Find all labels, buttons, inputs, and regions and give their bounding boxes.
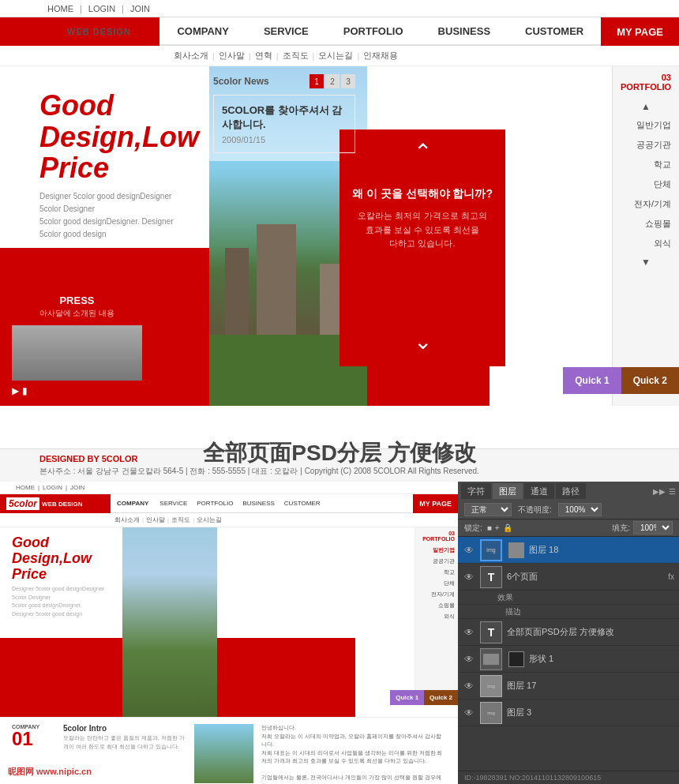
press-block: PRESS 아사달에 소개된 내용 ▶ ▮ [0, 285, 154, 406]
layer-item-18[interactable]: 👁 img 图层 18 [458, 537, 679, 564]
nav-portfolio[interactable]: PORTFOLIO [326, 17, 421, 44]
ps-lock-label: 锁定: [464, 523, 482, 534]
news-pagination: 1 2 3 [309, 74, 355, 88]
subnav-location[interactable]: 오시는길 [318, 50, 353, 62]
ps-lock-all[interactable]: 🔒 [503, 523, 512, 532]
news-page-3[interactable]: 3 [341, 74, 355, 88]
small-sidebar-school[interactable]: 학교 [415, 567, 458, 578]
subnav-sep3: | [272, 51, 283, 61]
press-title: PRESS [12, 294, 142, 306]
ps-lock-pixel[interactable]: ■ [487, 523, 492, 532]
layer-eye-6pages[interactable]: 👁 [463, 571, 475, 583]
layer-thumb-6pages: T [480, 566, 502, 588]
small-nav-company[interactable]: COMPANY [111, 500, 155, 507]
ps-tab-zifu[interactable]: 字符 [461, 483, 491, 499]
ps-tab-tongdao[interactable]: 通道 [524, 483, 554, 499]
nav-mypage[interactable]: MY PAGE [601, 17, 679, 46]
news-page-2[interactable]: 2 [325, 74, 340, 88]
small-nav-service[interactable]: SERVICE [155, 500, 192, 507]
ps-opacity-select[interactable]: 100% [558, 503, 602, 516]
small-nav-customer[interactable]: CUSTOMER [279, 500, 325, 507]
small-nav-portfolio[interactable]: PORTFOLIO [192, 500, 238, 507]
small-sidebar-public[interactable]: 공공기관 [415, 556, 458, 567]
small-sidebar-general-active[interactable]: 일반기업 [415, 545, 458, 556]
layer-eye-18[interactable]: 👁 [463, 544, 475, 557]
small-sub-about[interactable]: 회사소개 [114, 516, 140, 524]
small-sub-org[interactable]: 조직도 [171, 516, 190, 524]
layer-item-3[interactable]: 👁 img 图层 3 [458, 700, 679, 726]
small-sidebar-food[interactable]: 외식 [415, 611, 458, 622]
small-sidebar-group[interactable]: 단체 [415, 578, 458, 589]
small-quick-1[interactable]: Quick 1 [390, 690, 424, 705]
small-login[interactable]: LOGIN [43, 484, 62, 491]
nav-business[interactable]: BUSINESS [421, 17, 508, 44]
subnav-about[interactable]: 회사소개 [174, 50, 208, 62]
sidebar-item-tech[interactable]: 전자/기계 [613, 194, 679, 214]
top-nav-bar: HOME | LOGIN | JOIN [0, 0, 679, 17]
ps-blend-select[interactable]: 正常 [464, 503, 512, 516]
brand-text: WEB DESIGN [67, 27, 131, 36]
news-header: 5color News 1 2 3 [213, 74, 355, 88]
small-sidebar-tech[interactable]: 전자/기계 [415, 589, 458, 600]
brand-5color: 5color [12, 21, 64, 42]
nav-company[interactable]: COMPANY [159, 17, 246, 44]
sidebar-item-general[interactable]: 일반기업 [613, 115, 679, 135]
small-sidebar-shop[interactable]: 쇼핑몰 [415, 600, 458, 611]
layer-item-6pages[interactable]: 👁 T 6个页面 fx [458, 564, 679, 591]
layer-eye-17[interactable]: 👁 [463, 680, 475, 692]
ps-fill-select[interactable]: 100% [633, 521, 673, 535]
small-nav-business[interactable]: BUSINESS [238, 500, 279, 507]
subnav-intro[interactable]: 인사말 [219, 50, 245, 62]
subnav-sep4: | [309, 51, 319, 61]
main-content-area: Good Design,Low Price Designer 5color go… [0, 66, 679, 406]
subtitle-text: Designer 5color good designDesigner 5col… [39, 190, 186, 241]
subnav-history[interactable]: 연혁 [255, 50, 272, 62]
sidebar-item-school[interactable]: 학교 [613, 155, 679, 174]
sidebar-up-arrow[interactable]: ▲ [613, 98, 679, 115]
sidebar-item-shop[interactable]: 쇼핑몰 [613, 214, 679, 234]
layer-eye-fullpage[interactable]: 👁 [463, 626, 475, 639]
layer-eye-shape1[interactable]: 👁 [463, 653, 475, 666]
ps-panel-menu[interactable]: ☰ [669, 487, 676, 496]
nav-customer[interactable]: CUSTOMER [508, 17, 601, 44]
layer-item-17[interactable]: 👁 img 图层 17 [458, 673, 679, 700]
subnav-org[interactable]: 조직도 [283, 50, 309, 62]
small-quick-2[interactable]: Quick 2 [424, 690, 458, 705]
small-mypage[interactable]: MY PAGE [413, 494, 458, 513]
news-section: 5color News 1 2 3 5COLOR를 찾아주셔서 감사합니다. 2… [213, 74, 355, 153]
small-join[interactable]: JOIN [70, 484, 84, 491]
chevron-down-icon: ⌄ [414, 328, 432, 354]
news-page-1[interactable]: 1 [309, 74, 324, 88]
quick-btn-2[interactable]: Quick 2 [621, 367, 679, 394]
join-link[interactable]: JOIN [130, 4, 150, 13]
ps-lock-position[interactable]: + [495, 523, 500, 532]
sidebar-item-food[interactable]: 외식 [613, 234, 679, 253]
layer-item-fullpage[interactable]: 👁 T 全部页面PSD分层 方便修改 [458, 619, 679, 646]
press-next[interactable]: ▮ [22, 385, 28, 396]
press-subtitle: 아사달에 소개된 내용 [12, 308, 142, 319]
ps-tab-tuceng[interactable]: 图层 [493, 483, 523, 499]
layer-mask-shape1 [508, 651, 524, 667]
good-design-title: Good Design,Low Price [39, 90, 186, 184]
small-subtitle: Designer 5color good designDesigner 5col… [12, 585, 116, 618]
sidebar-item-group[interactable]: 단체 [613, 174, 679, 194]
ps-panel-forward[interactable]: ▶▶ [653, 487, 666, 496]
sidebar-item-public[interactable]: 공공기관 [613, 135, 679, 155]
home-link[interactable]: HOME [47, 4, 73, 13]
small-home[interactable]: HOME [16, 484, 35, 491]
login-link[interactable]: LOGIN [88, 4, 115, 13]
small-sub-location[interactable]: 오시는길 [197, 516, 222, 524]
layer-name-3: 图层 3 [507, 707, 674, 718]
subnav-recruit[interactable]: 인재채용 [363, 50, 398, 62]
quick-btn-1[interactable]: Quick 1 [563, 367, 621, 394]
nav-service[interactable]: SERVICE [246, 17, 326, 44]
sidebar-down-arrow[interactable]: ▼ [613, 253, 679, 271]
layer-eye-3[interactable]: 👁 [463, 707, 475, 719]
small-sub-intro[interactable]: 인사말 [146, 516, 165, 524]
layer-thumb-3: img [480, 702, 502, 724]
press-prev[interactable]: ▶ [12, 385, 19, 396]
layer-thumb-17: img [480, 675, 502, 697]
layer-item-shape1[interactable]: 👁 形状 1 [458, 646, 679, 673]
ps-bottom-bar: ID:-19828391 NO:20141101132809100615 [458, 771, 679, 784]
ps-tab-lujing[interactable]: 路径 [556, 483, 586, 499]
